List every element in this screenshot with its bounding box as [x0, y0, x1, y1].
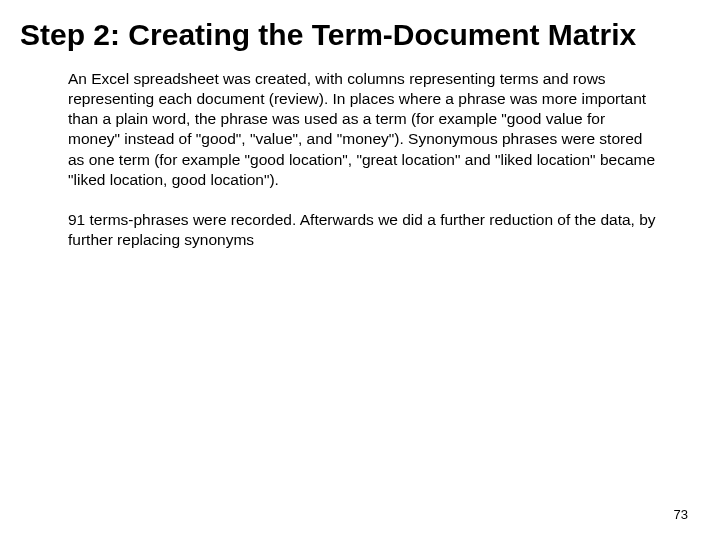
paragraph-1: An Excel spreadsheet was created, with c… — [68, 69, 660, 190]
paragraph-2: 91 terms-phrases were recorded. Afterwar… — [68, 210, 660, 250]
slide-title: Step 2: Creating the Term-Document Matri… — [20, 18, 700, 51]
slide-container: Step 2: Creating the Term-Document Matri… — [0, 0, 720, 540]
page-number: 73 — [674, 507, 688, 522]
slide-body: An Excel spreadsheet was created, with c… — [20, 69, 700, 250]
